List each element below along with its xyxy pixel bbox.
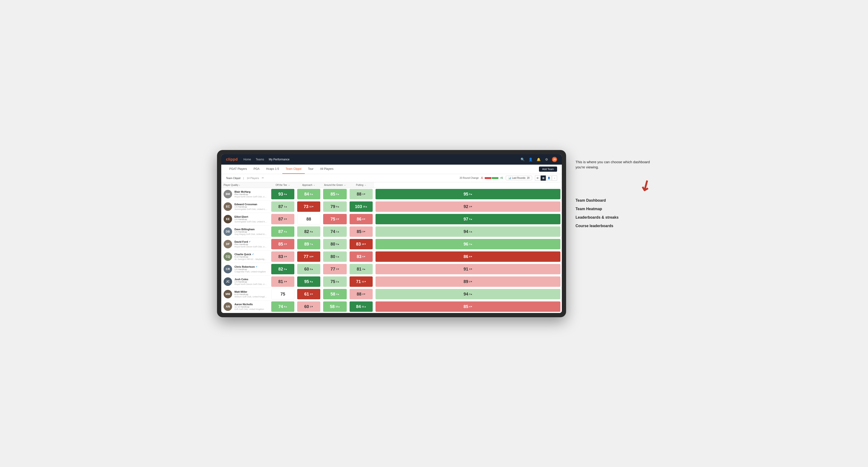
search-icon[interactable]: 🔍 bbox=[520, 157, 525, 162]
player-cell[interactable]: MM Matt Miller 6-10 Handicap Woburn Golf… bbox=[221, 288, 270, 300]
tab-hcaps[interactable]: Hcaps 1-5 bbox=[263, 165, 282, 174]
stat-value: 95 bbox=[304, 280, 309, 284]
user-icon[interactable]: 👤 bbox=[528, 157, 533, 162]
stat-box: 77 14▼ bbox=[297, 251, 320, 262]
player-name: Edward Crossman bbox=[235, 203, 268, 206]
view-btn-table[interactable]: ▦ bbox=[540, 176, 546, 181]
stat-box: 83 3▼ bbox=[271, 251, 294, 262]
stat-value: 85 bbox=[356, 229, 361, 234]
player-cell[interactable]: CR Chris Robertson✔ 1-5 Handicap Craigmi… bbox=[221, 263, 270, 275]
stat-box: 94 3▲ bbox=[375, 289, 560, 299]
round-change-section: 20 Round Change -5 +5 bbox=[460, 177, 503, 179]
tab-team-clippd[interactable]: Team Clippd bbox=[282, 165, 305, 174]
settings-icon[interactable]: ⚙ bbox=[544, 157, 549, 162]
nav-my-performance[interactable]: My Performance bbox=[269, 158, 289, 161]
stat-value: 87 bbox=[278, 217, 283, 221]
bell-icon[interactable]: 🔔 bbox=[536, 157, 541, 162]
stat-cell-player_quality: 81 3▼ bbox=[270, 275, 296, 288]
player-handicap: 1-5 Handicap bbox=[235, 268, 266, 271]
player-cell[interactable]: AN Aaron Nicholls 11-15 Handicap Drift G… bbox=[221, 301, 270, 312]
player-cell[interactable]: DB Dave Billingham 1-5 Handicap Gog Mago… bbox=[221, 226, 270, 237]
stat-value: 60 bbox=[304, 267, 309, 271]
stat-value: 71 bbox=[356, 280, 361, 284]
view-btn-download[interactable]: ↓ bbox=[552, 176, 557, 181]
stat-value: 86 bbox=[464, 254, 468, 259]
stat-box: 60 2▲ bbox=[297, 264, 320, 274]
player-cell[interactable]: DF David Ford✔ Plus Handicap Royal North… bbox=[221, 239, 270, 250]
stat-box: 71 11▼ bbox=[349, 276, 373, 287]
stat-value: 81 bbox=[356, 267, 361, 271]
stat-box: 86 6▼ bbox=[349, 214, 373, 224]
stat-cell-off_tee: 88 bbox=[296, 213, 322, 225]
stat-value: 88 bbox=[356, 192, 361, 196]
stat-box: 87 1▲ bbox=[271, 201, 294, 212]
annotation-panel: This is where you can choose which dashb… bbox=[576, 150, 651, 228]
stat-box: 83 6▼ bbox=[349, 251, 373, 262]
player-cell[interactable]: EE Elliot Ebert 1-5 Handicap Sunningdale… bbox=[221, 214, 270, 225]
add-team-button[interactable]: Add Team bbox=[539, 166, 557, 172]
stat-value: 88 bbox=[306, 217, 311, 221]
nav-teams[interactable]: Teams bbox=[256, 158, 264, 161]
dashboard-option-4[interactable]: Course leaderboards bbox=[576, 224, 651, 228]
table-row: DF David Ford✔ Plus Handicap Royal North… bbox=[221, 238, 562, 250]
tab-tour[interactable]: Tour bbox=[305, 165, 317, 174]
dashboard-option-1[interactable]: Team Dashboard bbox=[576, 198, 651, 203]
stat-value: 84 bbox=[304, 192, 309, 196]
stat-box: 85 3▼ bbox=[349, 226, 373, 237]
dashboard-option-2[interactable]: Team Heatmap bbox=[576, 207, 651, 211]
team-player-count: 14 Players bbox=[247, 177, 259, 180]
stat-cell-off_tee: 77 14▼ bbox=[296, 250, 322, 263]
nav-home[interactable]: Home bbox=[243, 158, 251, 161]
player-cell[interactable]: CQ Charlie Quick✔ 6-10 Handicap St. Geor… bbox=[221, 251, 270, 262]
player-handicap: 1-5 Handicap bbox=[235, 231, 268, 233]
verified-icon: ✔ bbox=[256, 266, 257, 268]
stat-box: 84 6▲ bbox=[297, 189, 320, 199]
player-cell[interactable]: EC Edward Crossman 1-5 Handicap Sunningd… bbox=[221, 201, 270, 212]
stat-value: 75 bbox=[331, 217, 335, 221]
stat-cell-off_tee: 60 1▼ bbox=[296, 300, 322, 313]
player-name: Chris Robertson✔ bbox=[235, 266, 266, 268]
stat-cell-putting: 97 5▲ bbox=[374, 213, 562, 225]
last-rounds-button[interactable]: 📊 Last Rounds: 20 bbox=[506, 176, 532, 180]
dashboard-option-3[interactable]: Leaderboards & streaks bbox=[576, 215, 651, 220]
stat-cell-approach: 77 3▼ bbox=[322, 263, 348, 275]
stat-cell-approach: 80 3▲ bbox=[322, 238, 348, 250]
annotation-text: This is where you can choose which dashb… bbox=[576, 159, 651, 170]
tab-all-players[interactable]: All Players bbox=[317, 165, 337, 174]
avatar-icon[interactable]: JD bbox=[552, 157, 557, 162]
table-row: CR Chris Robertson✔ 1-5 Handicap Craigmi… bbox=[221, 263, 562, 275]
stat-cell-player_quality: 87 4▲ bbox=[270, 225, 296, 238]
player-name: Charlie Quick✔ bbox=[235, 253, 268, 256]
stat-cell-putting: 89 2▼ bbox=[374, 275, 562, 288]
view-btn-person[interactable]: 👤 bbox=[546, 176, 552, 181]
player-handicap: 1-5 Handicap bbox=[235, 281, 268, 283]
stat-cell-player_quality: 82 3▲ bbox=[270, 263, 296, 275]
stat-value: 92 bbox=[464, 205, 468, 209]
stat-value: 58 bbox=[331, 292, 335, 296]
last-rounds-icon: 📊 bbox=[508, 177, 511, 179]
stat-cell-around_green: 88 2▼ bbox=[348, 288, 374, 300]
player-cell[interactable]: JC Josh Coles 1-5 Handicap Royal North D… bbox=[221, 276, 270, 287]
stat-box: 58 10▲ bbox=[323, 302, 347, 312]
view-btn-grid[interactable]: ⊞ bbox=[535, 176, 540, 181]
stat-box: 73 11▼ bbox=[297, 201, 320, 212]
player-club: Royal North Devon Golf Club, United King… bbox=[235, 246, 268, 248]
tab-pga[interactable]: PGA bbox=[250, 165, 263, 174]
tab-pgat-players[interactable]: PGAT Players bbox=[226, 165, 250, 174]
avatar: BM bbox=[224, 190, 232, 198]
stat-box: 80 3▲ bbox=[323, 239, 347, 249]
stat-cell-off_tee: 95 8▲ bbox=[296, 275, 322, 288]
stat-cell-putting: 95 9▲ bbox=[374, 188, 562, 200]
stat-value: 94 bbox=[464, 229, 468, 234]
stat-box: 89 7▲ bbox=[297, 239, 320, 249]
edit-icon[interactable]: ✏ bbox=[262, 177, 264, 180]
stat-value: 97 bbox=[464, 217, 468, 221]
player-handicap: Plus Handicap bbox=[235, 243, 268, 246]
player-cell[interactable]: BM Blair McHarg Plus Handicap Royal Nort… bbox=[221, 188, 270, 200]
stat-cell-player_quality: 83 3▼ bbox=[270, 250, 296, 263]
sub-nav-links: PGAT Players PGA Hcaps 1-5 Team Clippd T… bbox=[226, 165, 337, 174]
stat-box: 86 8▼ bbox=[375, 251, 560, 262]
player-name: Blair McHarg bbox=[235, 190, 268, 193]
player-club: Craigmillar Park, United Kingdom bbox=[235, 271, 266, 273]
stat-value: 80 bbox=[331, 254, 335, 259]
